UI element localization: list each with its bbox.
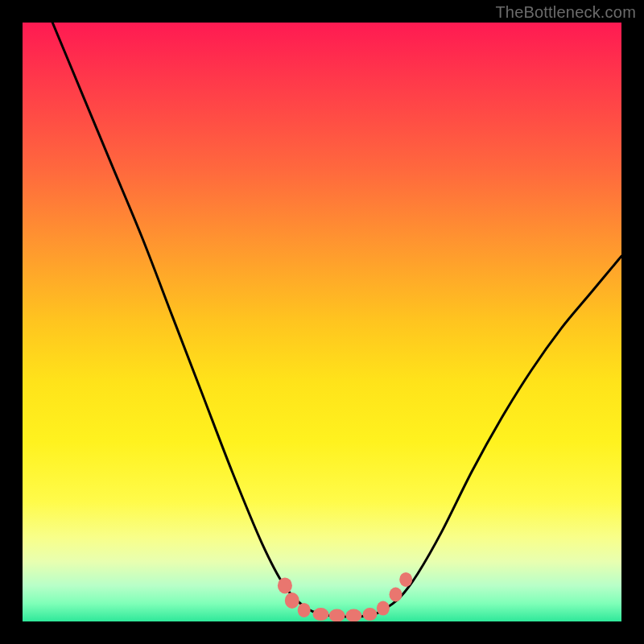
bottleneck-marker — [377, 601, 390, 616]
bottleneck-marker — [313, 608, 329, 621]
bottleneck-curve-line — [52, 23, 621, 617]
watermark-text: TheBottleneck.com — [495, 3, 636, 22]
bottleneck-marker — [399, 572, 412, 587]
chart-frame: TheBottleneck.com — [0, 0, 644, 644]
bottleneck-marker — [390, 588, 402, 602]
chart-svg — [23, 23, 621, 621]
bottleneck-marker — [329, 609, 345, 621]
bottleneck-markers-group — [278, 572, 412, 621]
bottleneck-marker — [363, 608, 378, 621]
bottleneck-marker — [298, 603, 311, 617]
bottleneck-marker — [278, 577, 292, 593]
bottleneck-marker — [285, 592, 299, 609]
bottleneck-marker — [345, 609, 361, 621]
chart-plot-area — [23, 23, 621, 621]
